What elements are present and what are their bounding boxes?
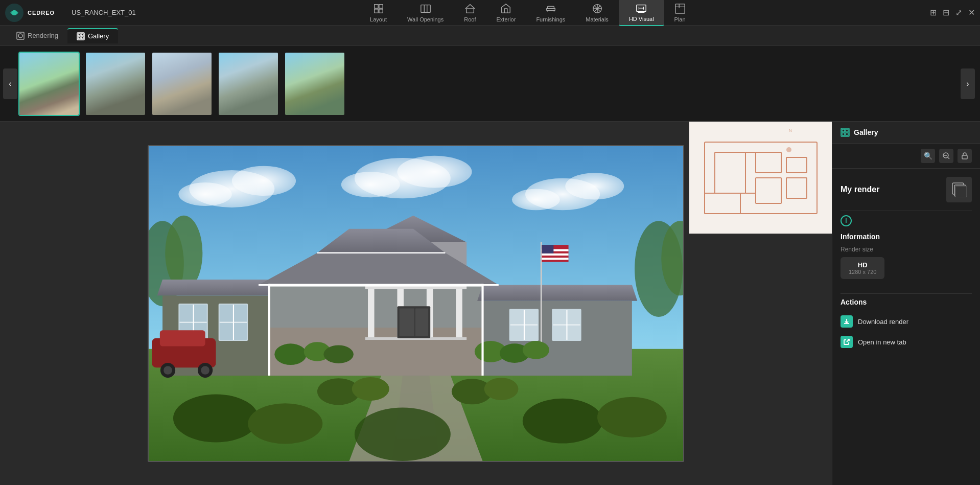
nav-tool-materials[interactable]: Materials xyxy=(575,0,619,26)
download-icon xyxy=(843,318,850,325)
svg-point-98 xyxy=(323,345,353,363)
window-restore[interactable]: ⤢ xyxy=(955,8,962,17)
svg-text:N: N xyxy=(789,128,792,133)
svg-point-41 xyxy=(512,189,560,210)
svg-point-91 xyxy=(164,366,172,375)
floorplan-svg: N xyxy=(689,122,832,234)
lock-button[interactable] xyxy=(958,149,972,163)
window-icon-2[interactable]: ⊟ xyxy=(943,8,949,17)
materials-icon xyxy=(592,3,603,14)
nav-label-exterior: Exterior xyxy=(496,16,516,22)
actions-section: Actions Download render xyxy=(841,298,972,352)
hd-label: HD xyxy=(858,261,868,269)
svg-rect-6 xyxy=(421,5,430,12)
svg-point-107 xyxy=(248,403,322,444)
svg-point-110 xyxy=(355,407,451,460)
svg-point-35 xyxy=(178,182,231,205)
svg-point-103 xyxy=(352,377,389,401)
thumbnail-2[interactable] xyxy=(85,52,146,116)
top-bar: CEDREO US_RANCH_EXT_01 Layout Wall Openi… xyxy=(0,0,980,26)
cedreo-logo-icon xyxy=(5,4,24,22)
open-new-tab-button[interactable]: Open in new tab xyxy=(841,332,972,352)
roof-icon xyxy=(464,3,476,14)
render-size-label: Render size xyxy=(841,246,972,253)
hd-size: 1280 x 720 xyxy=(849,269,876,275)
download-render-label: Download render xyxy=(858,318,908,326)
svg-rect-86 xyxy=(542,258,568,260)
svg-point-38 xyxy=(341,172,400,197)
nav-tools: Layout Wall Openings Roof Exterior xyxy=(136,0,920,26)
svg-rect-81 xyxy=(415,308,428,336)
zoom-out-button[interactable] xyxy=(939,149,953,163)
information-section-title: Information xyxy=(841,233,972,241)
open-tab-icon xyxy=(843,338,850,345)
svg-rect-3 xyxy=(379,4,383,8)
window-close[interactable]: ✕ xyxy=(968,8,975,17)
nav-tool-wall-openings[interactable]: Wall Openings xyxy=(397,0,454,26)
svg-rect-15 xyxy=(78,34,80,36)
nav-tool-exterior[interactable]: Exterior xyxy=(486,0,526,26)
render-gallery-icon xyxy=(951,182,967,197)
thumbnail-image-3 xyxy=(152,53,212,115)
nav-label-plan: Plan xyxy=(674,16,686,22)
info-divider xyxy=(841,293,972,294)
tab-gallery-label: Gallery xyxy=(88,32,109,40)
exterior-icon xyxy=(500,3,511,14)
window-icon-1[interactable]: ⊞ xyxy=(930,8,937,17)
svg-rect-89 xyxy=(160,330,205,346)
svg-rect-12 xyxy=(17,32,24,39)
thumbnail-image-1 xyxy=(19,53,79,115)
thumbnail-prev-button[interactable]: ‹ xyxy=(3,68,17,99)
nav-tool-layout[interactable]: Layout xyxy=(360,0,397,26)
nav-tool-roof[interactable]: Roof xyxy=(454,0,486,26)
main-content: N xyxy=(0,122,980,485)
info-icon: i xyxy=(841,215,852,226)
project-name: US_RANCH_EXT_01 xyxy=(72,9,136,16)
nav-label-wall-openings: Wall Openings xyxy=(407,16,444,22)
svg-point-40 xyxy=(565,173,624,199)
gallery-tab-icon xyxy=(77,32,85,40)
svg-point-93 xyxy=(201,366,209,375)
svg-rect-113 xyxy=(269,284,483,286)
thumbnail-image-2 xyxy=(86,53,145,115)
svg-rect-7 xyxy=(466,9,474,13)
svg-point-13 xyxy=(18,34,22,38)
nav-tool-plan[interactable]: Plan xyxy=(664,0,696,26)
download-render-button[interactable]: Download render xyxy=(841,311,972,332)
thumbnail-3[interactable] xyxy=(151,52,213,116)
zoom-in-button[interactable]: 🔍 xyxy=(921,149,935,163)
svg-rect-5 xyxy=(379,9,383,12)
svg-point-106 xyxy=(173,394,259,442)
svg-rect-122 xyxy=(962,155,967,159)
hd-badge: HD 1280 x 720 xyxy=(841,257,884,279)
panel-tools: 🔍 xyxy=(832,144,980,169)
thumbnail-strip: ‹ › xyxy=(0,46,980,122)
svg-point-105 xyxy=(484,378,519,400)
svg-rect-4 xyxy=(374,9,378,12)
logo-area: CEDREO xyxy=(5,4,66,22)
thumbnail-1[interactable] xyxy=(18,52,80,116)
svg-rect-117 xyxy=(842,133,845,135)
svg-rect-111 xyxy=(268,284,270,376)
nav-tool-hd-visual[interactable]: HD Visual xyxy=(619,0,664,26)
svg-point-37 xyxy=(397,155,472,188)
download-render-icon-bg xyxy=(841,315,853,328)
house-render-svg xyxy=(149,146,683,461)
thumbnail-next-button[interactable]: › xyxy=(961,68,975,99)
svg-point-101 xyxy=(523,341,549,359)
panel-header: Gallery xyxy=(832,122,980,144)
thumbnail-image-5 xyxy=(285,53,344,115)
tab-gallery[interactable]: Gallery xyxy=(67,28,118,43)
svg-rect-18 xyxy=(81,37,83,39)
tab-rendering[interactable]: Rendering xyxy=(7,29,67,43)
layout-icon xyxy=(373,3,384,14)
thumbnail-4[interactable] xyxy=(218,52,279,116)
zoom-in-icon: 🔍 xyxy=(924,152,932,160)
open-tab-icon-bg xyxy=(841,336,853,348)
render-frame xyxy=(148,145,684,462)
nav-tool-furnishings[interactable]: Furnishings xyxy=(526,0,575,26)
tab-rendering-label: Rendering xyxy=(28,32,58,39)
logo-text: CEDREO xyxy=(28,10,55,16)
thumbnail-5[interactable] xyxy=(284,52,345,116)
tabs-row: Rendering Gallery xyxy=(0,26,980,46)
